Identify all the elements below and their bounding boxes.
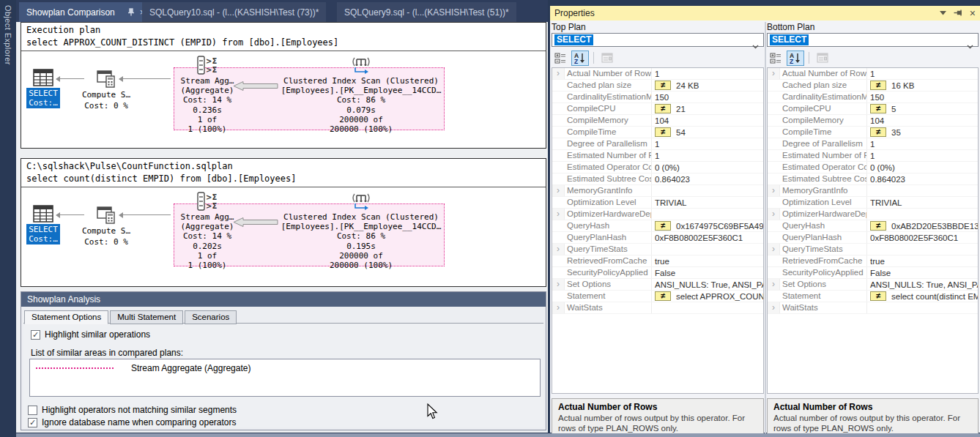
operator-text-line: Cost: 0 % [75, 100, 137, 111]
analysis-tab-statement-options[interactable]: Statement Options [24, 310, 108, 324]
property-row[interactable]: › Actual Number of Row 1 [768, 68, 978, 80]
property-value-cell: ≠ 0x1674975C69BF5A49 [652, 221, 763, 231]
property-row[interactable]: › QueryHash ≠ 0xAB2D20E53BBDE13F [768, 220, 978, 232]
properties-toolbar: AZ [767, 49, 831, 67]
alphabetical-sort-icon[interactable]: AZ [787, 51, 804, 66]
pin-icon[interactable] [127, 8, 135, 16]
property-row[interactable]: › RetrievedFromCache true [768, 255, 978, 267]
expand-chevron-icon[interactable]: › [552, 302, 565, 313]
similar-areas-listbox[interactable]: Stream Aggregate (Aggregate) [29, 359, 541, 397]
property-row[interactable]: › Statement ≠ select APPROX_COUNT_ [552, 291, 763, 302]
clustered-index-scan-icon [350, 56, 372, 75]
operator-stream-aggregate[interactable]: >Σ>Σ Stream Agg…(Aggregate)Cost: 14 %0.2… [171, 56, 244, 134]
auto-hide-pin-icon[interactable] [954, 10, 962, 18]
property-row[interactable]: › Estimated Operator Co 0 (0%) [768, 162, 978, 173]
property-row[interactable]: › OptimizerHardwareDep [768, 209, 978, 220]
operator-select[interactable]: SELECTCost:… [23, 205, 64, 244]
property-row[interactable]: › Cached plan size ≠ 16 KB [768, 80, 978, 91]
object-explorer-tab[interactable]: Object Explorer [4, 5, 12, 437]
property-row[interactable]: › MemoryGrantInfo [768, 185, 978, 197]
operator-clustered-index-scan[interactable]: Clustered Index Scan (Clustered)[Employe… [266, 192, 456, 270]
window-menu-chevron-icon[interactable] [940, 11, 946, 15]
property-row[interactable]: › Estimated Operator Cos 0 (0%) [552, 162, 763, 173]
property-row[interactable]: › Estimated Subtree Cost 0.864023 [552, 173, 763, 185]
property-row[interactable]: › Set Options ANSI_NULLS: True, ANSI_PAD [768, 279, 978, 291]
property-row[interactable]: › Statement ≠ select count(distinct EMP [768, 291, 978, 302]
property-row[interactable]: › Estimated Subtree Cos 0.864023 [768, 173, 978, 185]
expand-chevron-icon[interactable]: › [768, 209, 780, 220]
property-row[interactable]: › QueryHash ≠ 0x1674975C69BF5A49 [552, 220, 763, 232]
property-row[interactable]: › MemoryGrantInfo [552, 185, 763, 197]
operator-text-line: Compute S… [75, 89, 137, 100]
property-row[interactable]: › QueryPlanHash 0xF8B08002E5F360C1 [768, 232, 978, 244]
property-pages-icon[interactable] [598, 51, 616, 66]
analysis-tab-multi-statement[interactable]: Multi Statement [110, 310, 183, 324]
expand-chevron-icon[interactable]: › [768, 279, 780, 290]
property-row[interactable]: › Actual Number of Rows 1 [552, 68, 763, 80]
tab-sqlquery9[interactable]: SQLQuery9.sql - (l...(KASHISH\Test (51))… [337, 2, 516, 22]
ignore-database-name-checkbox[interactable]: ✓ [28, 418, 37, 427]
plan-diagram: SELECTCost:… Compute S…Cost: 0 % >Σ>Σ St… [21, 187, 546, 285]
operator-select-combobox[interactable]: SELECT [552, 33, 764, 47]
categorized-icon[interactable] [767, 51, 784, 66]
property-row[interactable]: › CardinalityEstimationM 150 [768, 91, 978, 103]
property-row[interactable]: › SecurityPolicyApplied False [768, 267, 978, 279]
not-equal-badge: ≠ [655, 104, 671, 113]
expand-chevron-icon[interactable]: › [768, 68, 780, 79]
operator-clustered-index-scan[interactable]: Clustered Index Scan (Clustered)[Employe… [266, 56, 456, 134]
property-row[interactable]: › OptimizerHardwareDep [552, 209, 763, 220]
expand-chevron-icon[interactable]: › [552, 279, 565, 290]
property-row[interactable]: › QueryPlanHash 0xF8B08002E5F360C1 [552, 232, 763, 244]
property-row[interactable]: › QueryTimeStats [552, 244, 763, 255]
property-row[interactable]: › QueryTimeStats [768, 244, 978, 255]
operator-compute-scalar[interactable]: Compute S…Cost: 0 % [75, 70, 137, 111]
property-row[interactable]: › Estimated Number of R 1 [768, 150, 978, 162]
property-row[interactable]: › Cached plan size ≠ 24 KB [552, 80, 763, 91]
expand-chevron-icon[interactable]: › [552, 244, 565, 255]
categorized-icon[interactable] [552, 51, 569, 66]
property-value: 1 [655, 140, 659, 149]
operator-stream-aggregate[interactable]: >Σ>Σ Stream Agg…(Aggregate)Cost: 14 %0.2… [171, 192, 244, 270]
tab-sqlquery10[interactable]: SQLQuery10.sql - (l...(KASHISH\Test (73)… [142, 2, 326, 22]
property-row[interactable]: › Optimization Level TRIVIAL [768, 197, 978, 209]
expand-chevron-icon[interactable]: › [552, 209, 565, 220]
property-name: Estimated Number of Ro [565, 150, 652, 161]
property-row[interactable]: › WaitStats [768, 302, 978, 314]
property-pages-icon[interactable] [814, 51, 831, 66]
tab-showplan-comparison[interactable]: Showplan Comparison × [19, 2, 152, 22]
alphabetical-sort-icon[interactable]: AZ [571, 51, 589, 66]
highlight-similar-operations-checkbox[interactable]: ✓ [31, 330, 40, 340]
close-icon[interactable]: × [970, 6, 976, 20]
highlight-not-matching-checkbox[interactable] [28, 406, 37, 415]
operator-select[interactable]: SELECTCost:… [23, 69, 64, 108]
property-row[interactable]: › SecurityPolicyApplied False [552, 267, 763, 279]
property-grid: › Actual Number of Rows 1 › Cached plan … [552, 67, 764, 394]
properties-titlebar: Properties × [550, 6, 980, 20]
similar-area-list-item[interactable]: Stream Aggregate (Aggregate) [30, 359, 540, 373]
analysis-tab-scenarios[interactable]: Scenarios [185, 310, 237, 324]
property-row[interactable]: › Optimization Level TRIVIAL [552, 197, 763, 209]
property-row[interactable]: › CompileMemory 104 [552, 115, 763, 127]
property-row[interactable]: › RetrievedFromCache true [552, 255, 763, 267]
property-row[interactable]: › CompileTime ≠ 35 [768, 127, 978, 138]
showplan-analysis-title: Showplan Analysis [21, 292, 546, 307]
property-row[interactable]: › Set Options ANSI_NULLS: True, ANSI_PAD [552, 279, 763, 291]
description-text: Actual number of rows output by this ope… [558, 414, 757, 433]
expand-chevron-icon[interactable]: › [768, 302, 780, 313]
property-row[interactable]: › Degree of Parallelism 1 [768, 138, 978, 150]
property-row[interactable]: › CompileMemory 104 [768, 115, 978, 127]
property-row[interactable]: › CompileCPU ≠ 5 [768, 103, 978, 115]
property-row[interactable]: › WaitStats [552, 302, 763, 314]
expand-chevron-icon[interactable]: › [768, 244, 780, 255]
operator-compute-scalar[interactable]: Compute S…Cost: 0 % [75, 206, 137, 247]
expand-chevron-icon[interactable]: › [552, 185, 565, 196]
operator-select-combobox[interactable]: SELECT [767, 33, 979, 47]
expand-chevron-icon[interactable]: › [768, 185, 780, 196]
property-row[interactable]: › Degree of Parallelism 1 [552, 138, 763, 150]
property-row[interactable]: › CompileTime ≠ 54 [552, 127, 763, 138]
property-row[interactable]: › Estimated Number of Ro 1 [552, 150, 763, 162]
property-row[interactable]: › CompileCPU ≠ 21 [552, 103, 763, 115]
property-row[interactable]: › CardinalityEstimationMo 150 [552, 91, 763, 103]
expand-chevron-icon[interactable]: › [552, 68, 565, 79]
property-name: Estimated Subtree Cost [565, 173, 652, 184]
